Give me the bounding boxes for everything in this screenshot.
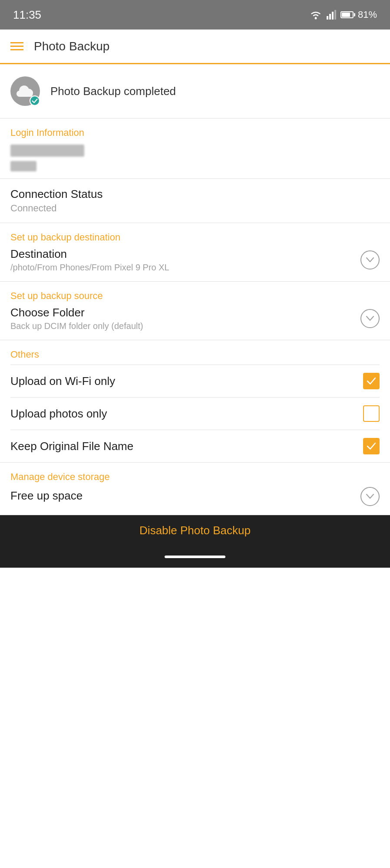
source-label: Choose Folder	[10, 306, 143, 319]
chevron-down-icon	[366, 257, 374, 263]
checkmark-icon	[367, 442, 376, 450]
wifi-only-row: Upload on Wi-Fi only	[10, 365, 380, 397]
wifi-only-checkbox[interactable]	[363, 373, 380, 389]
login-section: Login Information	[0, 118, 390, 179]
hamburger-menu-button[interactable]	[10, 42, 23, 50]
backup-destination-header: Set up backup destination	[10, 232, 380, 243]
keep-filename-checkbox[interactable]	[363, 438, 380, 454]
keep-filename-row: Keep Original File Name	[10, 430, 380, 462]
check-badge	[30, 95, 40, 106]
free-space-row: Free up space	[10, 487, 380, 506]
destination-path: /photo/From Phones/From Pixel 9 Pro XL	[10, 263, 169, 273]
destination-dropdown-button[interactable]	[360, 250, 380, 270]
disable-section[interactable]: Disable Photo Backup	[0, 515, 390, 546]
free-space-dropdown-button[interactable]	[360, 487, 380, 506]
manage-storage-header: Manage device storage	[10, 471, 380, 483]
checkmark-icon	[32, 99, 38, 103]
free-space-label: Free up space	[10, 489, 83, 503]
photos-only-label: Upload photos only	[10, 407, 107, 421]
source-row: Choose Folder Back up DCIM folder only (…	[10, 306, 380, 331]
source-value: Back up DCIM folder only (default)	[10, 321, 143, 331]
destination-text: Destination /photo/From Phones/From Pixe…	[10, 247, 169, 273]
backup-source-header: Set up backup source	[10, 290, 380, 302]
others-section: Others Upload on Wi-Fi only Upload photo…	[0, 340, 390, 463]
backup-destination-section: Set up backup destination Destination /p…	[0, 223, 390, 282]
signal-icon	[327, 10, 336, 20]
svg-point-0	[314, 17, 317, 20]
home-indicator[interactable]	[165, 556, 225, 558]
wifi-only-label: Upload on Wi-Fi only	[10, 375, 115, 388]
manage-storage-section: Manage device storage Free up space	[0, 463, 390, 515]
status-time: 11:35	[13, 8, 41, 22]
source-text: Choose Folder Back up DCIM folder only (…	[10, 306, 143, 331]
login-blurred-username	[10, 145, 84, 157]
toolbar-title: Photo Backup	[34, 39, 109, 53]
disable-text[interactable]: Disable Photo Backup	[139, 524, 251, 537]
bottom-nav	[0, 546, 390, 568]
backup-status-text: Photo Backup completed	[50, 85, 176, 98]
destination-label: Destination	[10, 247, 169, 261]
battery-percentage: 81%	[358, 9, 377, 20]
wifi-icon	[309, 10, 322, 20]
destination-row: Destination /photo/From Phones/From Pixe…	[10, 247, 380, 273]
chevron-down-icon	[366, 494, 374, 499]
svg-rect-3	[332, 12, 334, 20]
photos-only-row: Upload photos only	[10, 397, 380, 430]
keep-filename-label: Keep Original File Name	[10, 440, 133, 453]
battery-icon	[340, 11, 354, 18]
source-dropdown-button[interactable]	[360, 309, 380, 328]
svg-rect-2	[329, 14, 331, 20]
connection-status-value: Connected	[10, 203, 380, 214]
cloud-icon-container	[10, 76, 40, 106]
main-content: Photo Backup completed Login Information…	[0, 64, 390, 546]
photos-only-checkbox[interactable]	[363, 405, 380, 422]
backup-source-section: Set up backup source Choose Folder Back …	[0, 282, 390, 340]
svg-rect-4	[334, 10, 336, 20]
connection-status-label: Connection Status	[10, 187, 380, 201]
status-icons: 81%	[309, 9, 377, 20]
cloud-icon	[16, 85, 34, 98]
login-blurred-password	[10, 161, 36, 171]
status-bar: 11:35 81%	[0, 0, 390, 30]
chevron-down-icon	[366, 316, 374, 321]
login-section-header: Login Information	[10, 127, 380, 138]
svg-rect-1	[327, 16, 328, 20]
checkmark-icon	[367, 377, 376, 385]
toolbar: Photo Backup	[0, 30, 390, 64]
others-section-header: Others	[10, 349, 380, 360]
connection-status-section: Connection Status Connected	[0, 179, 390, 223]
backup-status-section: Photo Backup completed	[0, 64, 390, 118]
